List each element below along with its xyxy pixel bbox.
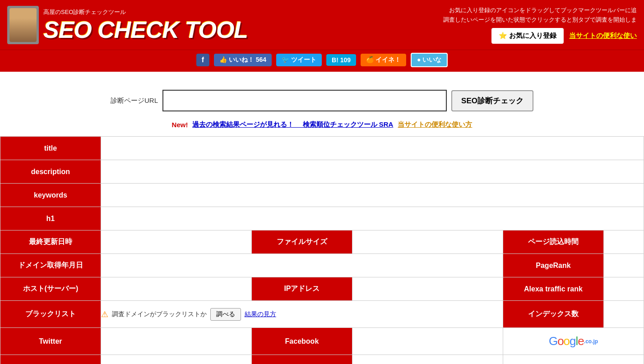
description-value — [101, 160, 644, 184]
tweet-button[interactable]: 🐦 ツイート — [276, 54, 322, 66]
logo-main: SEO CHECK TOOL — [43, 18, 248, 41]
social-bar: f 👍 いいね！ 564 🐦 ツイート B! 109 🍊 イイネ！ ● いいな — [0, 50, 644, 72]
lastupdate-value — [101, 230, 251, 254]
header-notice: お気に入り登録のアイコンをドラッグしてブックマークツールバーに追 調査したいペー… — [443, 6, 637, 25]
main-content: 診断ページURL SEO診断チェック New! 過去の検索結果ページが見れる！ … — [0, 72, 644, 364]
shiraberu-button[interactable]: 調べる — [210, 308, 241, 321]
loadtime-value — [603, 230, 644, 254]
facebook-value — [352, 328, 503, 355]
useful-link[interactable]: 当サイトの便利な使い方 — [398, 120, 472, 129]
ip-label: IPアドレス — [252, 277, 352, 301]
table-row-h1: h1 — [0, 207, 644, 230]
bookmark-button[interactable]: ⭐ お気に入り登録 — [491, 28, 564, 44]
domain-value — [101, 254, 503, 277]
pagerank-value — [603, 254, 644, 277]
url-row: 診断ページURL SEO診断チェック — [11, 90, 634, 111]
header-right: お気に入り登録のアイコンをドラッグしてブックマークツールバーに追 調査したいペー… — [443, 6, 637, 44]
index-label: インデックス数 — [503, 301, 604, 328]
title-value — [101, 137, 644, 160]
logo-subtitle: 高屋のSEO診断チェックツール — [43, 8, 248, 16]
new-bar: New! 過去の検索結果ページが見れる！ 検索順位チェックツール SRA 当サイ… — [0, 120, 644, 129]
header: 高屋のSEO診断チェックツール SEO CHECK TOOL お気に入り登録のア… — [0, 0, 644, 50]
yahoo-text: YAHOO! — [547, 363, 583, 364]
host-label: ホスト(サーバー) — [0, 277, 101, 301]
twitter-label: Twitter — [0, 328, 101, 355]
yahoo-logo: YAHOO! JAPAN — [503, 361, 644, 364]
logo-text-area: 高屋のSEO診断チェックツール SEO CHECK TOOL — [43, 8, 248, 41]
header-useful-link[interactable]: 当サイトの便利な使い — [569, 32, 637, 40]
google-logo: Google .co.jp — [503, 332, 644, 351]
blacklist-text: 調査ドメインがブラックリストか — [112, 310, 207, 318]
table-row-title: title — [0, 137, 644, 160]
loadtime-label: ページ読込時間 — [503, 230, 604, 254]
like-button[interactable]: 👍 いいね！ 564 — [214, 54, 272, 66]
google-logo-cell: Google .co.jp — [503, 328, 644, 355]
h1-value — [101, 207, 644, 230]
mixi-button[interactable]: 🍊 イイネ！ — [361, 54, 406, 66]
h1-label: h1 — [0, 207, 101, 230]
twitter-value — [101, 328, 251, 355]
warning-icon: ⚠ — [101, 309, 108, 319]
yahoo-bookmark-value — [101, 355, 251, 364]
filesize-label: ファイルサイズ — [252, 230, 352, 254]
search-rank-link[interactable]: 過去の検索結果ページが見れる！ 検索順位チェックツール SRA — [192, 120, 393, 129]
table-row-host: ホスト(サーバー) IPアドレス Alexa traffic rank — [0, 277, 644, 301]
host-value — [101, 277, 251, 301]
results-table: title description keywords h1 最終更新日時 ファイ… — [0, 136, 644, 364]
google-text: Google — [549, 334, 584, 348]
blacklist-content: ⚠ 調査ドメインがブラックリストか 調べる 結果の見方 — [101, 306, 503, 323]
filesize-value — [352, 230, 503, 254]
hatena-bookmark-button[interactable]: B! 109 — [326, 54, 356, 66]
google-cojp: .co.jp — [584, 338, 598, 345]
hatena-value — [352, 355, 503, 364]
logo-avatar — [7, 6, 39, 44]
domain-label: ドメイン取得年月日 — [0, 254, 101, 277]
alexa-label: Alexa traffic rank — [503, 277, 604, 301]
header-left: 高屋のSEO診断チェックツール SEO CHECK TOOL — [7, 6, 248, 44]
blacklist-label: ブラックリスト — [0, 301, 101, 328]
ii-button[interactable]: ● いいな — [411, 53, 448, 67]
index-value — [603, 301, 644, 328]
ip-value — [352, 277, 503, 301]
table-row-blacklist: ブラックリスト ⚠ 調査ドメインがブラックリストか 調べる 結果の見方 インデッ… — [0, 301, 644, 328]
url-label: 診断ページURL — [111, 97, 158, 105]
yahoo-logo-cell: YAHOO! JAPAN — [503, 355, 644, 364]
seo-check-button[interactable]: SEO診断チェック — [451, 90, 533, 111]
table-row-domain: ドメイン取得年月日 PageRank — [0, 254, 644, 277]
facebook-label: Facebook — [252, 328, 352, 355]
table-row-description: description — [0, 160, 644, 184]
facebook-icon-btn[interactable]: f — [196, 54, 209, 66]
description-label: description — [0, 160, 101, 184]
title-label: title — [0, 137, 101, 160]
blacklist-value: ⚠ 調査ドメインがブラックリストか 調べる 結果の見方 — [101, 301, 503, 328]
kekka-link[interactable]: 結果の見方 — [245, 310, 276, 318]
fb-icon: f — [202, 56, 204, 64]
table-row-twitter: Twitter Facebook Google .co.jp — [0, 328, 644, 355]
table-row-yahoo: Yahoo!ブックマーク はてなブックマーク YAHOO! JAPAN — [0, 355, 644, 364]
table-row-lastupdate: 最終更新日時 ファイルサイズ ページ読込時間 — [0, 230, 644, 254]
yahoo-bookmark-label: Yahoo!ブックマーク — [0, 355, 101, 364]
hatena-label: はてなブックマーク — [252, 355, 352, 364]
pagerank-label: PageRank — [503, 254, 604, 277]
keywords-label: keywords — [0, 184, 101, 207]
keywords-value — [101, 184, 644, 207]
table-row-keywords: keywords — [0, 184, 644, 207]
lastupdate-label: 最終更新日時 — [0, 230, 101, 254]
new-label: New! — [172, 121, 188, 129]
alexa-value — [603, 277, 644, 301]
url-input[interactable] — [162, 90, 447, 111]
